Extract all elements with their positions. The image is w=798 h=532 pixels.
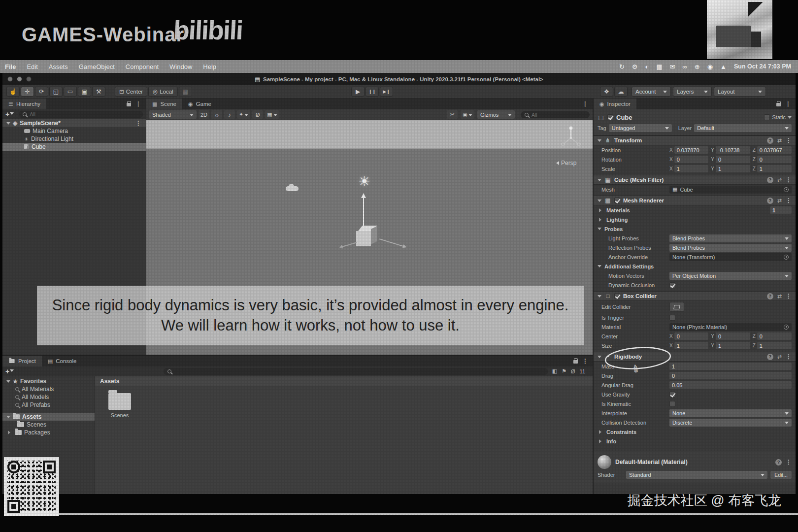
size-x-field[interactable]: 1	[674, 342, 709, 349]
position-y-field[interactable]: -0.10738	[716, 146, 750, 154]
preset-icon[interactable]	[777, 137, 782, 144]
hierarchy-item-main-camera[interactable]: Main Camera	[2, 127, 146, 135]
scale-y-field[interactable]: 1	[716, 165, 750, 172]
hierarchy-search-input[interactable]: All	[19, 111, 143, 118]
hand-tool-button[interactable]: ☝	[6, 87, 20, 97]
kebab-menu-icon[interactable]	[785, 100, 791, 107]
menu-file[interactable]: File	[0, 63, 21, 70]
collision-detection-dropdown[interactable]: Discrete	[669, 419, 792, 427]
pause-button[interactable]: ❙❙	[366, 87, 379, 97]
chevron-down-icon[interactable]	[788, 116, 792, 121]
hidden-objects-button[interactable]: Ø	[252, 110, 263, 119]
foldout-open-icon[interactable]	[598, 179, 601, 183]
lock-icon[interactable]	[573, 360, 578, 364]
center-z-field[interactable]: 0	[757, 332, 792, 340]
lock-icon[interactable]	[776, 103, 781, 106]
center-x-field[interactable]: 0	[674, 332, 709, 340]
menu-component[interactable]: Component	[120, 63, 164, 70]
help-icon[interactable]	[775, 459, 782, 466]
scene-fx-dropdown[interactable]: ✦	[237, 110, 250, 119]
is-kinematic-checkbox[interactable]	[669, 401, 675, 407]
lock-icon[interactable]	[127, 103, 131, 106]
shading-mode-dropdown[interactable]: Shaded	[149, 110, 197, 119]
enabled-checkbox[interactable]	[614, 198, 620, 203]
shader-dropdown[interactable]: Standard	[626, 471, 767, 479]
kebab-menu-icon[interactable]	[135, 120, 141, 127]
label-filter-icon[interactable]: ⚑	[562, 368, 566, 374]
kebab-menu-icon[interactable]	[582, 100, 588, 107]
game-tab[interactable]: ◉Game	[182, 99, 217, 109]
position-z-field[interactable]: 0.037867	[757, 146, 792, 154]
console-tab[interactable]: ▤Console	[42, 356, 83, 366]
custom-tool-button[interactable]: ⚒	[92, 87, 105, 97]
help-icon[interactable]	[767, 198, 773, 204]
move-gizmo-x-axis[interactable]	[379, 238, 405, 247]
scale-z-field[interactable]: 1	[757, 165, 792, 172]
materials-foldout[interactable]: Materials1	[594, 205, 796, 215]
play-button[interactable]: ▶	[351, 87, 365, 97]
grid-visibility-dropdown[interactable]: ▦	[265, 110, 279, 119]
object-name-field[interactable]: Cube	[616, 114, 632, 121]
project-search-input[interactable]	[164, 368, 548, 375]
enabled-checkbox[interactable]	[614, 293, 620, 299]
physic-material-field[interactable]: None (Physic Material)	[669, 323, 792, 331]
kebab-menu-icon[interactable]	[786, 176, 792, 183]
use-gravity-checkbox[interactable]	[669, 392, 675, 398]
gizmos-dropdown[interactable]: Gizmos	[477, 110, 515, 119]
create-asset-button[interactable]: +	[5, 367, 14, 375]
rotation-z-field[interactable]: 0	[757, 156, 792, 163]
orientation-gizmo[interactable]	[559, 125, 583, 149]
move-gizmo-z-axis[interactable]	[340, 242, 357, 247]
menu-clock[interactable]: Sun Oct 24 7:03 PM	[734, 63, 791, 70]
foldout-open-icon[interactable]	[598, 356, 601, 360]
mass-field[interactable]: 1	[669, 363, 792, 370]
foldout-open-icon[interactable]	[6, 122, 10, 127]
layer-dropdown[interactable]: Default	[694, 124, 792, 132]
preset-icon[interactable]	[777, 177, 782, 183]
scale-x-field[interactable]: 1	[674, 165, 709, 172]
tree-item-packages[interactable]: Packages	[2, 429, 95, 436]
control-status-icon[interactable]: ▲	[720, 63, 727, 70]
cube-object[interactable]	[356, 226, 381, 248]
center-y-field[interactable]: 0	[716, 332, 750, 340]
scene-tools-button[interactable]: ✂	[447, 110, 458, 119]
menu-edit[interactable]: Edit	[21, 63, 43, 70]
scene-lighting-button[interactable]: ☼	[211, 110, 222, 119]
grid-snap-button[interactable]: ▦	[179, 87, 192, 97]
mesh-renderer-header[interactable]: ▩ Mesh Renderer	[594, 196, 796, 205]
object-picker-icon[interactable]	[784, 255, 789, 260]
2d-toggle-button[interactable]: 2D	[199, 110, 209, 119]
type-filter-icon[interactable]: ◧	[552, 368, 557, 374]
cloud-button[interactable]: ☁	[614, 87, 628, 97]
hierarchy-item-cube[interactable]: Cube	[2, 143, 146, 151]
kebab-menu-icon[interactable]	[135, 100, 141, 107]
position-x-field[interactable]: 0.037870	[674, 146, 709, 154]
help-icon[interactable]	[767, 293, 773, 299]
project-tab[interactable]: Project	[2, 356, 42, 366]
refresh-status-icon[interactable]: ↻	[619, 63, 625, 70]
hierarchy-item-directional-light[interactable]: ☀ Directional Light	[2, 135, 146, 143]
move-gizmo-y-axis[interactable]	[363, 195, 364, 226]
display-status-icon[interactable]: ▦	[656, 63, 662, 70]
scene-tab[interactable]: ▦Scene	[146, 99, 182, 109]
rotation-x-field[interactable]: 0	[674, 156, 709, 163]
box-collider-header[interactable]: □ Box Collider	[594, 291, 796, 301]
transform-tool-button[interactable]: ▣	[78, 87, 91, 97]
scale-tool-button[interactable]: ◱	[49, 87, 63, 97]
favorites-foldout[interactable]: ★Favorites	[2, 377, 95, 385]
scene-search-input[interactable]: All	[521, 111, 590, 118]
preset-icon[interactable]	[777, 354, 782, 360]
link-status-icon[interactable]: ∞	[683, 63, 687, 70]
size-z-field[interactable]: 1	[757, 342, 792, 349]
favorite-all-models[interactable]: All Models	[2, 393, 95, 401]
is-trigger-checkbox[interactable]	[669, 315, 675, 321]
upload-status-icon[interactable]: ⊕	[695, 63, 700, 70]
tree-item-scenes[interactable]: Scenes	[2, 421, 95, 429]
angular-drag-field[interactable]: 0.05	[669, 381, 792, 389]
foldout-open-icon[interactable]	[598, 295, 601, 299]
foldout-open-icon[interactable]	[598, 139, 601, 144]
lighting-foldout[interactable]: Lighting	[594, 215, 796, 224]
space-toggle-button[interactable]: ◎Local	[148, 87, 178, 97]
menu-window[interactable]: Window	[164, 63, 198, 70]
static-checkbox[interactable]	[764, 114, 770, 120]
